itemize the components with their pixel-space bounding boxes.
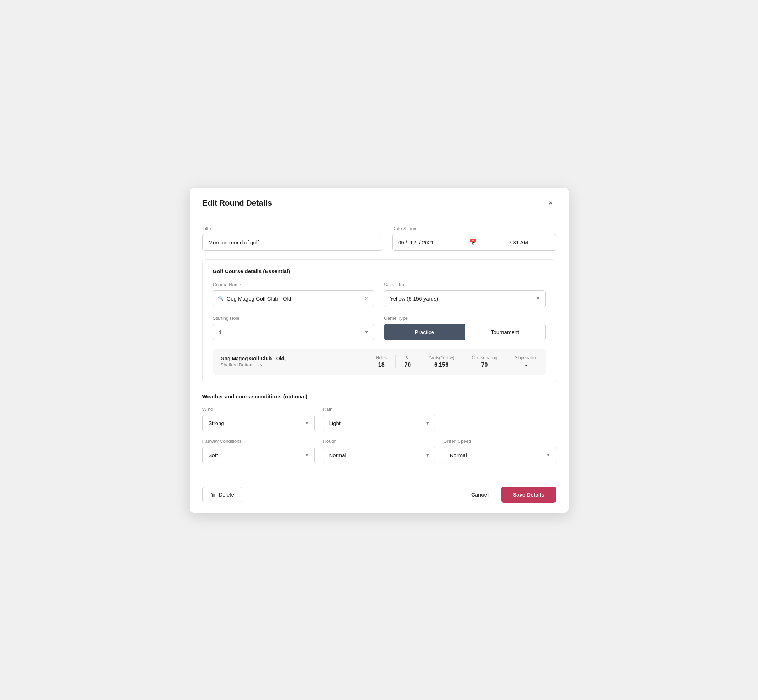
wind-label: Wind <box>202 406 315 412</box>
wind-rain-row: Wind Calm Light Moderate Strong Very Str… <box>202 406 556 431</box>
stat-divider-4 <box>463 355 463 368</box>
starting-hole-label: Starting Hole <box>213 316 374 321</box>
stat-divider-3 <box>420 355 420 368</box>
course-name-display: Gog Magog Golf Club - Old, <box>221 356 359 361</box>
course-rating-label: Course rating <box>471 355 497 360</box>
time-input[interactable] <box>481 234 556 251</box>
game-type-toggle: Practice Tournament <box>384 324 545 341</box>
weather-section: Weather and course conditions (optional)… <box>202 394 556 464</box>
edit-round-modal: Edit Round Details × Title Date & Time 📅 <box>190 188 568 512</box>
course-info-name: Gog Magog Golf Club - Old, Shelford Bott… <box>221 356 359 367</box>
stat-divider-5 <box>506 355 506 368</box>
rain-group: Rain None Light Moderate Heavy ▼ <box>323 406 435 431</box>
course-info-row: Gog Magog Golf Club - Old, Shelford Bott… <box>213 349 545 375</box>
title-group: Title <box>202 226 382 251</box>
title-input[interactable] <box>202 234 382 251</box>
yards-value: 6,156 <box>434 362 448 368</box>
select-tee-wrap: Yellow (6,156 yards) White Red Blue ▼ <box>384 290 545 307</box>
date-time-row: 📅 <box>392 234 556 251</box>
rough-label: Rough <box>323 439 435 444</box>
green-speed-label: Green Speed <box>444 439 556 444</box>
slope-rating-value: - <box>525 362 527 368</box>
rain-select[interactable]: None Light Moderate Heavy <box>323 415 435 431</box>
holes-stat: Holes 18 <box>376 355 387 368</box>
game-type-group: Game Type Practice Tournament <box>384 316 545 341</box>
calendar-icon: 📅 <box>469 239 476 246</box>
starting-hole-wrap: 123 456 789 10 ▼ <box>213 324 374 341</box>
datetime-label: Date & Time <box>392 226 556 231</box>
rough-group: Rough Short Normal Long Very Long ▼ <box>323 439 435 464</box>
modal-header: Edit Round Details × <box>190 188 568 216</box>
select-tee-input[interactable]: Yellow (6,156 yards) White Red Blue <box>384 290 545 307</box>
wind-group: Wind Calm Light Moderate Strong Very Str… <box>202 406 315 431</box>
par-stat: Par 70 <box>404 355 411 368</box>
stat-divider <box>367 355 367 368</box>
green-speed-select[interactable]: Slow Normal Fast Very Fast <box>444 447 556 464</box>
golf-course-section: Golf Course details (Essential) Course N… <box>202 259 556 383</box>
rough-select-wrap: Short Normal Long Very Long ▼ <box>323 447 435 464</box>
footer-right: Cancel Save Details <box>465 487 556 503</box>
clear-icon[interactable]: ✕ <box>365 295 369 302</box>
date-input[interactable] <box>392 234 481 251</box>
datetime-group: Date & Time 📅 <box>392 226 556 251</box>
trash-icon: 🗑 <box>211 492 216 498</box>
golf-course-title: Golf Course details (Essential) <box>213 268 545 274</box>
holes-label: Holes <box>376 355 387 360</box>
save-button[interactable]: Save Details <box>501 487 556 503</box>
par-value: 70 <box>404 362 411 368</box>
practice-button[interactable]: Practice <box>384 324 465 340</box>
wind-select[interactable]: Calm Light Moderate Strong Very Strong <box>202 415 315 431</box>
slope-rating-stat: Slope rating - <box>515 355 537 368</box>
starting-hole-input[interactable]: 123 456 789 10 <box>213 324 374 341</box>
course-name-label: Course Name <box>213 282 374 288</box>
fairway-group: Fairway Conditions Soft Normal Hard Wet … <box>202 439 315 464</box>
rough-select[interactable]: Short Normal Long Very Long <box>323 447 435 464</box>
fairway-select[interactable]: Soft Normal Hard Wet <box>202 447 315 464</box>
green-speed-select-wrap: Slow Normal Fast Very Fast ▼ <box>444 447 556 464</box>
cancel-button[interactable]: Cancel <box>465 487 494 502</box>
fairway-label: Fairway Conditions <box>202 439 315 444</box>
course-name-input[interactable] <box>213 290 374 307</box>
course-location: Shelford Bottom, UK <box>221 362 359 367</box>
course-rating-value: 70 <box>481 362 488 368</box>
title-datetime-row: Title Date & Time 📅 <box>202 226 556 251</box>
close-button[interactable]: × <box>545 198 556 208</box>
select-tee-group: Select Tee Yellow (6,156 yards) White Re… <box>384 282 545 307</box>
time-input-wrap <box>481 234 556 251</box>
title-label: Title <box>202 226 382 231</box>
hole-gametype-row: Starting Hole 123 456 789 10 ▼ Game Type <box>213 316 545 341</box>
fairway-rough-green-row: Fairway Conditions Soft Normal Hard Wet … <box>202 439 556 464</box>
par-label: Par <box>404 355 411 360</box>
delete-label: Delete <box>219 492 234 498</box>
tournament-button[interactable]: Tournament <box>465 324 545 340</box>
modal-body: Title Date & Time 📅 Golf Course details <box>190 216 568 479</box>
stat-divider-2 <box>395 355 396 368</box>
weather-section-title: Weather and course conditions (optional) <box>202 394 556 400</box>
rain-select-wrap: None Light Moderate Heavy ▼ <box>323 415 435 431</box>
slope-rating-label: Slope rating <box>515 355 537 360</box>
game-type-label: Game Type <box>384 316 545 321</box>
fairway-select-wrap: Soft Normal Hard Wet ▼ <box>202 447 315 464</box>
course-name-group: Course Name 🔍 ✕ <box>213 282 374 307</box>
delete-button[interactable]: 🗑 Delete <box>202 487 242 502</box>
wind-select-wrap: Calm Light Moderate Strong Very Strong ▼ <box>202 415 315 431</box>
starting-hole-group: Starting Hole 123 456 789 10 ▼ <box>213 316 374 341</box>
holes-value: 18 <box>378 362 385 368</box>
course-name-wrap: 🔍 ✕ <box>213 290 374 307</box>
modal-footer: 🗑 Delete Cancel Save Details <box>190 479 568 512</box>
modal-title: Edit Round Details <box>202 198 272 208</box>
green-speed-group: Green Speed Slow Normal Fast Very Fast ▼ <box>444 439 556 464</box>
date-input-wrap: 📅 <box>392 234 481 251</box>
course-tee-row: Course Name 🔍 ✕ Select Tee Yellow (6,156… <box>213 282 545 307</box>
select-tee-label: Select Tee <box>384 282 545 288</box>
rain-label: Rain <box>323 406 435 412</box>
yards-label: Yards(Yellow) <box>429 355 454 360</box>
course-rating-stat: Course rating 70 <box>471 355 497 368</box>
search-icon: 🔍 <box>218 295 224 301</box>
yards-stat: Yards(Yellow) 6,156 <box>429 355 454 368</box>
